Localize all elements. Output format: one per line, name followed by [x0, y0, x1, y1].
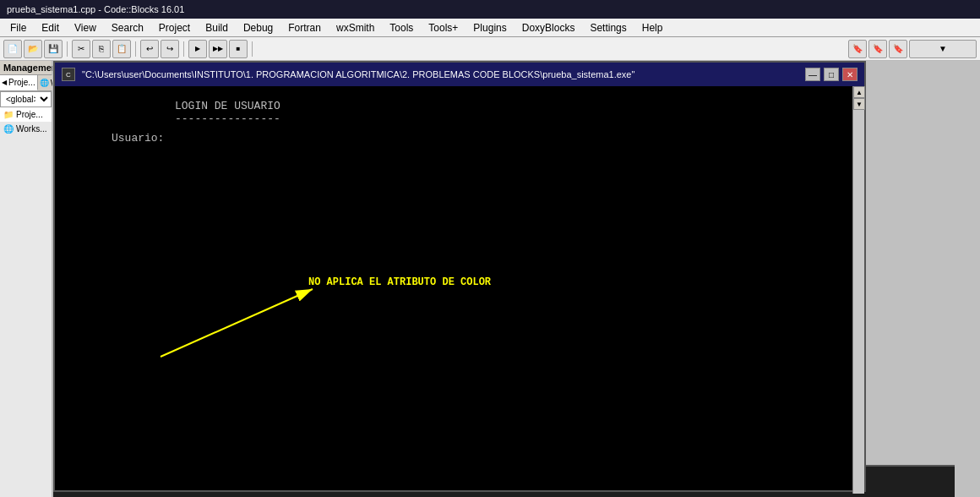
sidebar-item-projects[interactable]: 📁 Proje... [0, 107, 52, 122]
scroll-up-btn[interactable]: ▲ [853, 86, 865, 98]
toolbar-redo[interactable]: ↪ [161, 40, 179, 58]
toolbar-sep3 [183, 41, 184, 57]
menu-view[interactable]: View [68, 20, 103, 36]
console-line3: Usuario: [65, 132, 854, 145]
menu-wxsmith[interactable]: wxSmith [329, 20, 381, 36]
menu-plugins[interactable]: Plugins [466, 20, 513, 36]
menu-file[interactable]: File [3, 20, 33, 36]
toolbar-run[interactable]: ▶▶ [209, 40, 227, 58]
scroll-down-btn[interactable]: ▼ [853, 98, 865, 110]
toolbar: 📄 📂 💾 ✂ ⎘ 📋 ↩ ↪ ▶ ▶▶ ■ 🔖 🔖 🔖 ▼ [0, 37, 980, 61]
tab-projects[interactable]: ◀ Proje... [0, 75, 38, 90]
folder-icon: 📁 [3, 110, 14, 119]
console-line2: ---------------- [65, 112, 854, 125]
toolbar-paste[interactable]: 📋 [112, 40, 131, 58]
menu-doxyblocks[interactable]: DoxyBlocks [515, 20, 582, 36]
projects-label: Proje... [16, 110, 43, 119]
tab-projects-label: Proje... [8, 78, 35, 87]
menu-settings[interactable]: Settings [583, 20, 633, 36]
console-title-path: "C:\Users\user\Documents\INSTITUTO\1. PR… [82, 69, 634, 79]
svg-line-1 [161, 289, 313, 357]
console-close-btn[interactable]: ✕ [842, 68, 858, 81]
menu-edit[interactable]: Edit [35, 20, 66, 36]
toolbar-open[interactable]: 📂 [24, 40, 42, 58]
app-title: prueba_sistema1.cpp - Code::Blocks 16.01 [7, 4, 973, 14]
menu-build[interactable]: Build [199, 20, 235, 36]
menu-debug[interactable]: Debug [237, 20, 280, 36]
toolbar-undo[interactable]: ↩ [140, 40, 159, 58]
sidebar-item-workspace[interactable]: 🌐 Works... [0, 122, 52, 136]
toolbar-copy[interactable]: ⎘ [92, 40, 111, 58]
management-label: Management [0, 61, 52, 75]
triangle-icon: ◀ [2, 79, 7, 86]
toolbar-extra3[interactable]: 🔖 [889, 40, 907, 58]
left-panel: Management ◀ Proje... 🌐 Works... <global… [0, 61, 52, 497]
console-window: C "C:\Users\user\Documents\INSTITUTO\1. … [53, 61, 866, 492]
toolbar-sep2 [135, 41, 136, 57]
toolbar-sep4 [252, 41, 253, 57]
console-line1: LOGIN DE USUARIO [65, 100, 854, 112]
globe-icon: 🌐 [40, 79, 49, 87]
menu-help[interactable]: Help [635, 20, 670, 36]
menu-bar: File Edit View Search Project Build Debu… [0, 19, 980, 37]
toolbar-stop[interactable]: ■ [229, 40, 248, 58]
toolbar-dropdown[interactable]: ▼ [909, 40, 977, 58]
app-title-bar: prueba_sistema1.cpp - Code::Blocks 16.01 [0, 0, 980, 19]
console-body: LOGIN DE USUARIO ---------------- Usuari… [55, 86, 864, 490]
menu-fortran[interactable]: Fortran [281, 20, 328, 36]
menu-toolsplus[interactable]: Tools+ [422, 20, 465, 36]
console-minimize-btn[interactable]: — [805, 68, 820, 81]
toolbar-save[interactable]: 💾 [44, 40, 63, 58]
annotation-text: NO APLICA EL ATRIBUTO DE COLOR [308, 276, 491, 288]
console-app-icon: C [62, 68, 75, 81]
toolbar-sep1 [67, 41, 68, 57]
toolbar-new[interactable]: 📄 [3, 40, 22, 58]
console-title-buttons: — □ ✕ [805, 68, 858, 81]
menu-project[interactable]: Project [152, 20, 197, 36]
console-scrollbar[interactable]: ▲ ▼ [852, 86, 864, 494]
toolbar-extra2[interactable]: 🔖 [868, 40, 887, 58]
workspace-label: Works... [16, 124, 46, 134]
toolbar-extra1[interactable]: 🔖 [848, 40, 867, 58]
console-title-bar: C "C:\Users\user\Documents\INSTITUTO\1. … [55, 63, 864, 86]
menu-search[interactable]: Search [105, 20, 150, 36]
panel-tabs: ◀ Proje... 🌐 Works... [0, 75, 52, 91]
global-dropdown[interactable]: <global> [0, 91, 52, 107]
globe-small-icon: 🌐 [3, 124, 14, 134]
toolbar-cut[interactable]: ✂ [72, 40, 90, 58]
console-maximize-btn[interactable]: □ [824, 68, 839, 81]
console-title-left: C "C:\Users\user\Documents\INSTITUTO\1. … [62, 68, 634, 81]
menu-tools[interactable]: Tools [383, 20, 420, 36]
toolbar-build[interactable]: ▶ [188, 40, 207, 58]
